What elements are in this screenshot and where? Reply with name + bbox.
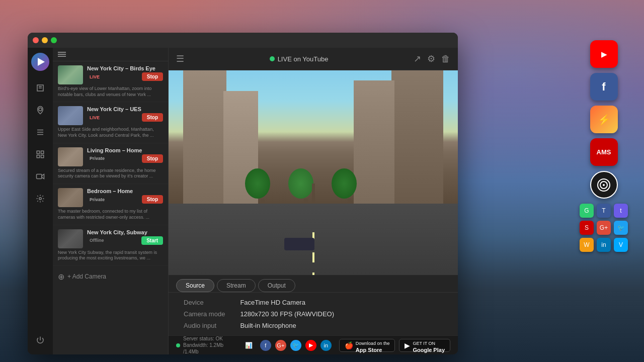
maximize-button[interactable]	[51, 37, 57, 43]
camera-list-header	[53, 48, 168, 61]
app-store-badge[interactable]: 🍎 Download on the App Store	[339, 339, 395, 352]
camera-thumb-nyc-ues	[58, 106, 83, 125]
top-bar: ☰ LIVE on YouTube ↗ ⚙ 🗑	[169, 48, 458, 70]
social-twitter-icon[interactable]: 🐦	[290, 340, 301, 351]
camera-name: Living Room – Home	[87, 147, 163, 153]
bottom-panel: Source Stream Output Device FaceTime HD …	[169, 275, 458, 335]
camera-mode-label: Camera mode	[184, 310, 225, 318]
small-icons-cluster: G T t S G+ 🐦 W in V	[574, 204, 634, 252]
right-panel: ☰ LIVE on YouTube ↗ ⚙ 🗑	[169, 48, 458, 354]
status-badge: Private	[87, 197, 107, 203]
svg-rect-11	[37, 155, 39, 158]
sidebar-icon-book[interactable]	[31, 79, 49, 97]
facebook-icon[interactable]: f	[590, 73, 618, 101]
svg-rect-13	[37, 174, 42, 179]
building-left	[183, 70, 226, 204]
tab-output[interactable]: Output	[258, 279, 295, 292]
device-value: FaceTime HD Camera	[240, 299, 443, 306]
hamburger-menu-icon[interactable]: ☰	[176, 53, 184, 64]
google-play-badge[interactable]: ▶ GET IT ON Google Play	[399, 339, 450, 352]
camera-list: New York City – Birds Eye LIVE Stop Bird…	[53, 48, 169, 354]
camera-thumb-living	[58, 147, 83, 166]
camera-name: New York City – Birds Eye	[87, 65, 163, 71]
small-icon-5[interactable]: G+	[597, 221, 611, 235]
building-right2	[354, 80, 394, 203]
audio-input-value: Built-in Microphone	[240, 322, 443, 329]
camera-thumb-bedroom	[58, 188, 83, 207]
camera-info-nyc-ues: New York City – UES LIVE Stop	[87, 106, 163, 123]
status-badge: Private	[87, 155, 107, 161]
traffic-lights	[33, 37, 57, 43]
live-indicator: LIVE on YouTube	[189, 55, 409, 63]
target-icon[interactable]	[590, 171, 618, 199]
audio-input-label: Audio input	[184, 322, 225, 329]
camera-desc: Bird's-eye view of Lower Manhattan, zoom…	[58, 86, 163, 98]
app-window: New York City – Birds Eye LIVE Stop Bird…	[28, 33, 458, 354]
building-right	[391, 70, 444, 204]
social-facebook-icon[interactable]: f	[260, 340, 271, 351]
tab-stream[interactable]: Stream	[217, 279, 256, 292]
svg-point-14	[39, 198, 42, 200]
sidebar-icon-location[interactable]	[31, 101, 49, 119]
small-icon-4[interactable]: S	[580, 221, 594, 235]
sidebar-icon-power[interactable]	[31, 331, 49, 349]
svg-point-2	[603, 184, 605, 186]
title-bar	[28, 33, 458, 48]
ams-icon[interactable]: AMS	[590, 138, 618, 166]
small-icon-1[interactable]: G	[580, 204, 594, 218]
stop-button-nyc-birds[interactable]: Stop	[142, 72, 163, 81]
stop-button-living[interactable]: Stop	[142, 154, 163, 163]
status-badge: LIVE	[87, 115, 102, 121]
small-icon-3[interactable]: t	[614, 204, 628, 218]
live-status-text: LIVE on YouTube	[278, 55, 329, 63]
small-icon-9[interactable]: V	[614, 238, 628, 252]
minimize-button[interactable]	[42, 37, 48, 43]
street-scene-bg	[169, 70, 458, 275]
add-camera-button[interactable]: ⊕ + Add Camera	[53, 266, 168, 288]
delete-icon[interactable]: 🗑	[441, 54, 450, 64]
camera-item-living[interactable]: Living Room – Home Private Stop Secured …	[53, 143, 168, 184]
small-icon-7[interactable]: W	[580, 238, 594, 252]
social-google-icon[interactable]: G+	[275, 340, 286, 351]
svg-rect-9	[37, 151, 39, 153]
sidebar-icon-list[interactable]	[31, 123, 49, 141]
device-info-grid: Device FaceTime HD Camera Camera mode 12…	[169, 293, 458, 335]
start-button-subway[interactable]: Start	[141, 236, 163, 245]
small-icon-8[interactable]: in	[597, 238, 611, 252]
sidebar-icon-settings[interactable]	[31, 190, 49, 208]
small-icon-6[interactable]: 🐦	[614, 221, 628, 235]
small-icon-2[interactable]: T	[597, 204, 611, 218]
camera-mode-value: 644x362 30 FPS (RAWVIDEO)	[240, 310, 443, 318]
tab-source[interactable]: Source	[176, 279, 214, 292]
sidebar-icon-grid[interactable]	[31, 145, 49, 163]
camera-info-living: Living Room – Home Private Stop	[87, 147, 163, 164]
camera-status-row: Offline Start	[87, 236, 163, 245]
youtube-icon[interactable]: ▶	[590, 40, 618, 68]
device-label: Device	[184, 299, 225, 306]
stop-button-nyc-ues[interactable]: Stop	[142, 113, 163, 122]
top-bar-actions: ↗ ⚙ 🗑	[414, 53, 450, 64]
close-button[interactable]	[33, 37, 39, 43]
settings-icon[interactable]: ⚙	[427, 53, 435, 64]
camera-item-subway[interactable]: New York City, Subway Offline Start New …	[53, 225, 168, 266]
video-preview	[169, 70, 458, 275]
social-linkedin-icon[interactable]: in	[320, 340, 332, 351]
hamburger-icon[interactable]	[58, 52, 66, 57]
share-icon[interactable]: ↗	[414, 53, 421, 64]
footer: Server status: OK Bandwidth: 1.2Mb /1.4M…	[169, 335, 458, 354]
svg-rect-10	[41, 151, 44, 153]
stop-button-bedroom[interactable]: Stop	[142, 195, 163, 204]
sidebar-icon-video[interactable]	[31, 167, 49, 186]
camera-desc: The master bedroom, connected to my list…	[58, 209, 163, 220]
camera-item-nyc-birds[interactable]: New York City – Birds Eye LIVE Stop Bird…	[53, 61, 168, 102]
status-badge: Offline	[87, 237, 107, 243]
apple-icon: 🍎	[345, 341, 353, 349]
camera-info-nyc-birds: New York City – Birds Eye LIVE Stop	[87, 65, 163, 82]
social-youtube-icon[interactable]: ▶	[305, 340, 316, 351]
camera-item-bedroom[interactable]: Bedroom – Home Private Stop The master b…	[53, 184, 168, 225]
status-dot	[176, 343, 180, 347]
camera-status-row: Private Stop	[87, 195, 163, 204]
thunder-icon[interactable]: ⚡	[590, 106, 618, 133]
sidebar-icon-logo[interactable]	[31, 53, 49, 71]
camera-item-nyc-ues[interactable]: New York City – UES LIVE Stop Upper East…	[53, 102, 168, 143]
